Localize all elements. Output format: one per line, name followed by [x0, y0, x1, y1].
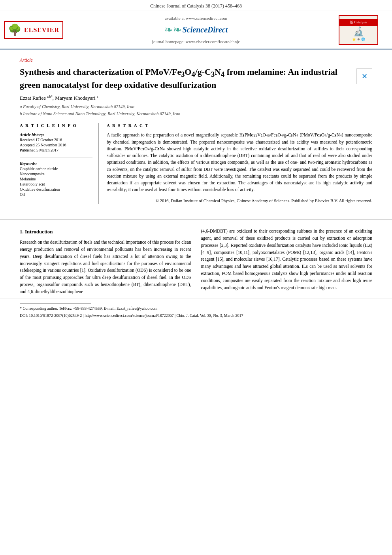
accepted-date: Accepted 25 November 2016: [20, 143, 92, 147]
affiliation-a: a Faculty of Chemistry, Razi University,…: [20, 103, 372, 110]
corresponding-author-footnote: * Corresponding author. Tel/Fax: +98-833…: [20, 305, 372, 311]
elsevier-tree-icon: 🌳: [8, 23, 22, 36]
published-date: Published 5 March 2017: [20, 148, 92, 152]
article-label: Article: [20, 57, 372, 63]
abstract-text: A facile approach to the preparation of …: [107, 132, 372, 193]
affiliations: a Faculty of Chemistry, Razi University,…: [20, 103, 372, 117]
available-text: available at www.sciencedirect.com: [55, 16, 337, 21]
keyword-4: Heteropoly acid: [20, 182, 92, 186]
sd-leaves-icon: ❧❧: [164, 24, 182, 36]
section-divider: [0, 220, 392, 220]
doi-footnote: DOI: 10.1016/S1872-2067(16)62549-2 | htt…: [20, 313, 372, 318]
journal-header: Chinese Journal of Catalysis 38 (2017) 4…: [0, 0, 392, 11]
authors: Ezzat Rafiee a,b*, Maryam Khodayari a: [20, 95, 372, 101]
keywords-section: Keywords: Graphitic carbon nitride Nanoc…: [20, 161, 92, 197]
introduction-heading: 1. Introduction: [20, 228, 191, 236]
received-date: Received 17 October 2016: [20, 138, 92, 142]
intro-paragraph-2: (4,6-DMDBT) are oxidized to their corres…: [201, 228, 373, 291]
body-columns: 1. Introduction Research on the desulfur…: [0, 228, 392, 299]
footnote-area: * Corresponding author. Tel/Fax: +98-833…: [0, 299, 392, 322]
center-links: available at www.sciencedirect.com ❧❧ Sc…: [55, 16, 337, 44]
journal-title: Chinese Journal of Catalysis 38 (2017) 4…: [150, 3, 242, 9]
catalysis-header: 催 Catalysis: [339, 19, 377, 26]
keyword-5: Oxidative desulfurization: [20, 187, 92, 191]
article-title-row: Synthesis and characterization of PMoV/F…: [20, 66, 372, 91]
footnote-divider-line: [20, 303, 91, 303]
body-left-column: 1. Introduction Research on the desulfur…: [20, 228, 191, 299]
journal-homepage: journal homepage: www.elsevier.com/locat…: [55, 39, 337, 44]
keywords-label: Keywords:: [20, 161, 92, 166]
affiliation-b: b Institute of Nano Science and Nano Tec…: [20, 110, 372, 117]
sciencedirect-text: ScienceDirect: [183, 25, 228, 34]
intro-paragraph-1: Research on the desulfurization of fuels…: [20, 239, 191, 295]
article-info-column: A R T I C L E I N F O Article history: R…: [20, 123, 99, 204]
elsevier-text: ELSEVIER: [24, 27, 59, 34]
catalysis-logo: 催 Catalysis 🔬 ⭐⊕🌐: [337, 15, 380, 45]
article-info-heading: A R T I C L E I N F O: [20, 123, 92, 128]
info-abstract-columns: A R T I C L E I N F O Article history: R…: [20, 123, 372, 204]
catalysis-image-icon: 🔬: [353, 27, 364, 37]
catalysis-bottom-icons: ⭐⊕🌐: [352, 38, 365, 41]
abstract-section: A B S T R A C T A facile approach to the…: [107, 123, 372, 204]
crossmark-icon: ✕: [356, 68, 372, 84]
top-banner: 🌳 ELSEVIER available at www.sciencedirec…: [0, 11, 392, 49]
keyword-2: Nanocomposite: [20, 172, 92, 176]
abstract-copyright: © 2016, Dalian Institute of Chemical Phy…: [107, 197, 372, 204]
keyword-1: Graphitic carbon nitride: [20, 167, 92, 171]
elsevier-logo: 🌳 ELSEVIER: [12, 21, 55, 39]
article-title: Synthesis and characterization of PMoV/F…: [20, 66, 356, 91]
keyword-6: Oil: [20, 192, 92, 197]
abstract-heading: A B S T R A C T: [107, 123, 372, 128]
article-container: Article Synthesis and characterization o…: [0, 49, 392, 212]
sciencedirect-logo: ❧❧ ScienceDirect: [55, 24, 337, 36]
keyword-3: Melamine: [20, 177, 92, 181]
body-right-column: (4,6-DMDBT) are oxidized to their corres…: [201, 228, 373, 299]
article-history: Article history: Received 17 October 201…: [20, 133, 92, 157]
history-label: Article history:: [20, 133, 92, 137]
